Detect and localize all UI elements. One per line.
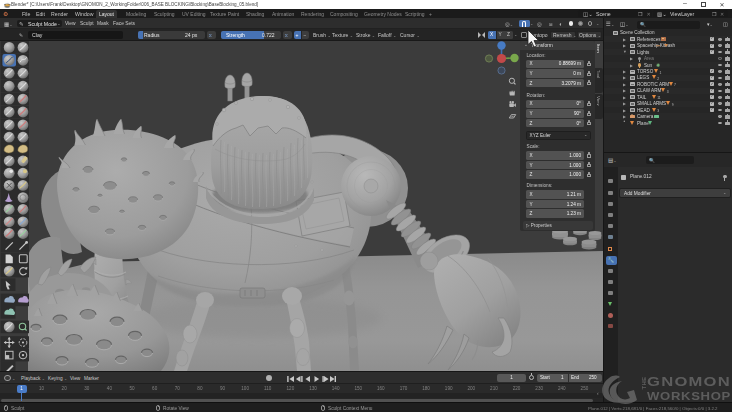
svg-text:GNOMON: GNOMON — [647, 374, 731, 389]
svg-text:WORKSHOP: WORKSHOP — [647, 390, 731, 402]
